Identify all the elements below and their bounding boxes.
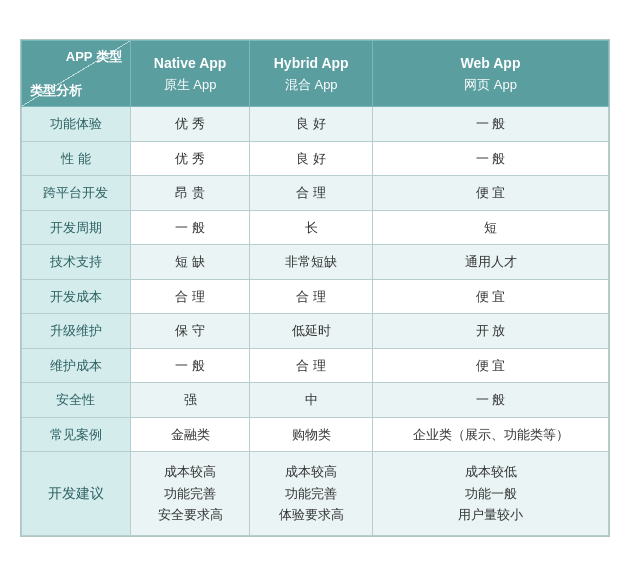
row-cell: 金融类 — [130, 417, 249, 452]
row-cell: 短 缺 — [130, 245, 249, 280]
table-row: 开发成本合 理合 理便 宜 — [22, 279, 609, 314]
row-cell: 强 — [130, 383, 249, 418]
corner-bottom: 类型分析 — [30, 81, 122, 101]
last-row-line: 用户量较小 — [458, 505, 523, 525]
row-cell: 优 秀 — [130, 141, 249, 176]
last-row-line: 成本较高 — [285, 462, 337, 482]
row-category: 开发周期 — [22, 210, 131, 245]
header-web: Web App 网页 App — [373, 41, 609, 107]
row-cell: 便 宜 — [373, 279, 609, 314]
header-web-line2: 网页 App — [464, 77, 517, 92]
row-category: 性 能 — [22, 141, 131, 176]
row-cell: 优 秀 — [130, 107, 249, 142]
row-cell: 良 好 — [250, 141, 373, 176]
row-cell: 中 — [250, 383, 373, 418]
row-cell: 一 般 — [130, 348, 249, 383]
table-row: 维护成本一 般合 理便 宜 — [22, 348, 609, 383]
row-cell: 合 理 — [250, 279, 373, 314]
table-row: 安全性强中一 般 — [22, 383, 609, 418]
table-row: 性 能优 秀良 好一 般 — [22, 141, 609, 176]
row-cell: 企业类（展示、功能类等） — [373, 417, 609, 452]
row-cell: 良 好 — [250, 107, 373, 142]
table-row: 功能体验优 秀良 好一 般 — [22, 107, 609, 142]
row-category: 升级维护 — [22, 314, 131, 349]
row-category: 维护成本 — [22, 348, 131, 383]
table-row: 常见案例金融类购物类企业类（展示、功能类等） — [22, 417, 609, 452]
row-cell: 便 宜 — [373, 348, 609, 383]
last-row-line: 体验要求高 — [279, 505, 344, 525]
last-row-cell: 成本较低功能一般用户量较小 — [373, 452, 609, 536]
last-row-cell: 成本较高功能完善安全要求高 — [130, 452, 249, 536]
row-cell: 合 理 — [130, 279, 249, 314]
last-row-line: 安全要求高 — [158, 505, 223, 525]
header-native: Native App 原生 App — [130, 41, 249, 107]
table-row: 技术支持短 缺非常短缺通用人才 — [22, 245, 609, 280]
row-cell: 保 守 — [130, 314, 249, 349]
row-cell: 一 般 — [373, 107, 609, 142]
row-category: 常见案例 — [22, 417, 131, 452]
header-web-line1: Web App — [461, 55, 521, 71]
row-cell: 一 般 — [373, 141, 609, 176]
header-hybrid-line2: 混合 App — [285, 77, 338, 92]
corner-top: APP 类型 — [30, 47, 122, 67]
row-cell: 昂 贵 — [130, 176, 249, 211]
row-cell: 一 般 — [373, 383, 609, 418]
row-category: 跨平台开发 — [22, 176, 131, 211]
row-cell: 购物类 — [250, 417, 373, 452]
row-cell: 开 放 — [373, 314, 609, 349]
table-row: 跨平台开发昂 贵合 理便 宜 — [22, 176, 609, 211]
comparison-table: APP 类型 类型分析 Native App 原生 App Hybrid App… — [20, 39, 610, 537]
last-row-line: 成本较高 — [164, 462, 216, 482]
row-cell: 非常短缺 — [250, 245, 373, 280]
corner-header: APP 类型 类型分析 — [22, 41, 131, 107]
row-category: 开发成本 — [22, 279, 131, 314]
header-native-line1: Native App — [154, 55, 227, 71]
row-category: 安全性 — [22, 383, 131, 418]
header-hybrid: Hybrid App 混合 App — [250, 41, 373, 107]
row-cell: 一 般 — [130, 210, 249, 245]
row-cell: 合 理 — [250, 348, 373, 383]
last-row-cell: 成本较高功能完善体验要求高 — [250, 452, 373, 536]
row-cell: 长 — [250, 210, 373, 245]
row-category: 功能体验 — [22, 107, 131, 142]
row-category: 技术支持 — [22, 245, 131, 280]
last-row-category: 开发建议 — [22, 452, 131, 536]
last-row-line: 功能完善 — [164, 484, 216, 504]
last-row-line: 功能一般 — [465, 484, 517, 504]
last-row: 开发建议成本较高功能完善安全要求高成本较高功能完善体验要求高成本较低功能一般用户… — [22, 452, 609, 536]
table-row: 开发周期一 般长短 — [22, 210, 609, 245]
row-cell: 便 宜 — [373, 176, 609, 211]
row-cell: 通用人才 — [373, 245, 609, 280]
row-cell: 短 — [373, 210, 609, 245]
header-hybrid-line1: Hybrid App — [274, 55, 349, 71]
table-row: 升级维护保 守低延时开 放 — [22, 314, 609, 349]
row-cell: 合 理 — [250, 176, 373, 211]
last-row-line: 成本较低 — [465, 462, 517, 482]
last-row-line: 功能完善 — [285, 484, 337, 504]
row-cell: 低延时 — [250, 314, 373, 349]
header-native-line2: 原生 App — [164, 77, 217, 92]
